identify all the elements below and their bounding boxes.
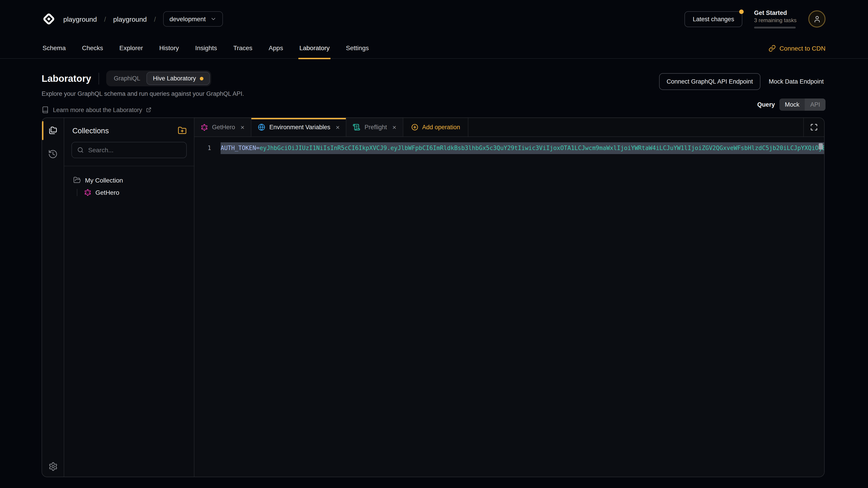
target-selector-value: development xyxy=(169,15,206,23)
user-icon xyxy=(813,15,821,23)
breadcrumb-project[interactable]: playground xyxy=(113,15,147,23)
close-tab-icon[interactable]: × xyxy=(241,124,245,131)
mode-active-dot xyxy=(199,76,203,80)
add-collection-folder-button[interactable] xyxy=(178,126,187,135)
code-content: AUTH_TOKEN=eyJhbGciOiJIUzI1NiIsInR5cCI6I… xyxy=(221,142,824,154)
nav-tab-explorer[interactable]: Explorer xyxy=(119,38,144,59)
target-selector-dropdown[interactable]: development xyxy=(163,11,223,27)
lab-header-actions: Connect GraphQL API Endpoint Mock Data E… xyxy=(659,73,826,111)
token-value: eyJhbGciOiJIUzI1NiIsInR5cCI6IkpXVCJ9.eyJ… xyxy=(259,144,824,151)
tab-label: Environment Variables xyxy=(270,124,331,131)
tab-label: Preflight xyxy=(365,124,387,131)
close-tab-icon[interactable]: × xyxy=(393,124,397,131)
workspace: GetHero × Environment Variables × Prefli… xyxy=(194,118,824,477)
gear-icon xyxy=(48,462,58,471)
collections-sidebar: Collections My Collection xyxy=(64,118,194,477)
folder-open-icon xyxy=(73,176,81,184)
endpoint-option-mock[interactable]: Mock xyxy=(779,98,805,111)
rail-item-history[interactable] xyxy=(42,142,64,166)
history-icon xyxy=(48,149,58,159)
endpoint-option-api[interactable]: API xyxy=(805,98,826,111)
rail-item-collections[interactable] xyxy=(42,119,64,142)
collections-icon xyxy=(48,126,58,135)
graphql-icon xyxy=(84,189,91,196)
nav-tab-apps[interactable]: Apps xyxy=(268,38,284,59)
breadcrumb-separator: / xyxy=(104,15,106,23)
environment-variables-editor[interactable]: 1 AUTH_TOKEN=eyJhbGciOiJIUzI1NiIsInR5cCI… xyxy=(194,137,824,477)
link-icon xyxy=(769,44,776,52)
get-started-widget[interactable]: Get Started 3 remaining tasks xyxy=(754,9,797,29)
collections-search xyxy=(71,142,187,158)
top-bar: playground / playground / development La… xyxy=(0,0,868,38)
token-variable: AUTH_TOKEN xyxy=(221,144,256,151)
lab-mode-toggle: GraphiQL Hive Laboratory xyxy=(106,70,211,86)
search-input[interactable] xyxy=(88,147,181,154)
page-title: Laboratory xyxy=(41,73,91,84)
learn-more-label: Learn more about the Laboratory xyxy=(53,106,142,113)
user-avatar[interactable] xyxy=(808,10,826,28)
tab-preflight[interactable]: Preflight × xyxy=(346,118,403,136)
notification-dot xyxy=(739,9,744,14)
settings-gear-button[interactable] xyxy=(48,462,58,471)
collection-folder-my-collection[interactable]: My Collection xyxy=(73,176,187,184)
connect-to-cdn-link[interactable]: Connect to CDN xyxy=(769,44,826,52)
token-operator: = xyxy=(256,144,260,151)
breadcrumb-separator: / xyxy=(154,15,156,23)
main-nav: Schema Checks Explorer History Insights … xyxy=(0,38,868,59)
connect-to-cdn-label: Connect to CDN xyxy=(779,44,826,52)
fullscreen-button[interactable] xyxy=(803,118,824,136)
collections-tree: My Collection GetHero xyxy=(64,166,194,196)
laboratory-panel: Collections My Collection xyxy=(41,118,825,477)
get-started-subtitle: 3 remaining tasks xyxy=(754,17,797,24)
mode-option-graphiql[interactable]: GraphiQL xyxy=(107,72,147,85)
script-icon xyxy=(353,123,361,131)
close-tab-icon[interactable]: × xyxy=(336,124,340,131)
get-started-progress-track xyxy=(754,27,796,29)
breadcrumb-org[interactable]: playground xyxy=(63,15,97,23)
breadcrumb: playground / playground / development xyxy=(41,11,223,27)
connect-graphql-api-endpoint-button[interactable]: Connect GraphQL API Endpoint xyxy=(659,73,761,90)
tab-gethero[interactable]: GetHero × xyxy=(194,118,251,136)
line-number: 1 xyxy=(194,142,221,154)
editor-scrollbar-thumb[interactable] xyxy=(819,143,823,150)
collections-title: Collections xyxy=(72,126,109,135)
nav-tab-schema[interactable]: Schema xyxy=(41,38,67,59)
tab-bar-spacer xyxy=(468,118,803,136)
globe-icon xyxy=(258,123,266,131)
nav-tab-traces[interactable]: Traces xyxy=(232,38,253,59)
divider xyxy=(98,72,99,84)
get-started-title: Get Started xyxy=(754,9,797,16)
add-operation-label: Add operation xyxy=(422,124,460,131)
mock-data-endpoint-button[interactable]: Mock Data Endpoint xyxy=(767,74,826,90)
tab-label: GetHero xyxy=(212,124,235,131)
mode-option-hive-laboratory[interactable]: Hive Laboratory xyxy=(147,72,210,85)
graphql-icon xyxy=(201,124,208,131)
external-link-icon xyxy=(146,107,152,112)
operation-label: GetHero xyxy=(95,189,119,196)
left-icon-rail xyxy=(42,118,64,477)
latest-changes-label: Latest changes xyxy=(693,15,734,22)
nav-tab-settings[interactable]: Settings xyxy=(345,38,370,59)
code-line-1: 1 AUTH_TOKEN=eyJhbGciOiJIUzI1NiIsInR5cCI… xyxy=(194,142,824,154)
mode-option-label: Hive Laboratory xyxy=(153,75,196,82)
nav-tab-history[interactable]: History xyxy=(158,38,180,59)
latest-changes-button[interactable]: Latest changes xyxy=(685,11,742,27)
nav-tab-insights[interactable]: Insights xyxy=(194,38,218,59)
add-operation-button[interactable]: Add operation xyxy=(403,118,468,136)
search-icon xyxy=(77,147,84,154)
endpoint-switch-label: Query xyxy=(757,101,775,108)
hive-app: playground / playground / development La… xyxy=(0,0,868,488)
hive-logo-icon[interactable] xyxy=(41,12,56,26)
plus-circle-icon xyxy=(411,123,418,131)
nav-tab-laboratory[interactable]: Laboratory xyxy=(298,38,331,59)
endpoint-switch: Query Mock API xyxy=(757,98,826,111)
laboratory-header: Laboratory GraphiQL Hive Laboratory Expl… xyxy=(0,59,868,113)
chevron-down-icon xyxy=(210,16,217,22)
maximize-icon xyxy=(810,123,818,131)
operation-item-gethero[interactable]: GetHero xyxy=(84,189,187,196)
collection-folder-label: My Collection xyxy=(85,176,123,184)
book-icon xyxy=(41,106,49,113)
top-bar-right: Latest changes Get Started 3 remaining t… xyxy=(685,9,826,29)
tab-environment-variables[interactable]: Environment Variables × xyxy=(251,118,346,136)
nav-tab-checks[interactable]: Checks xyxy=(81,38,104,59)
